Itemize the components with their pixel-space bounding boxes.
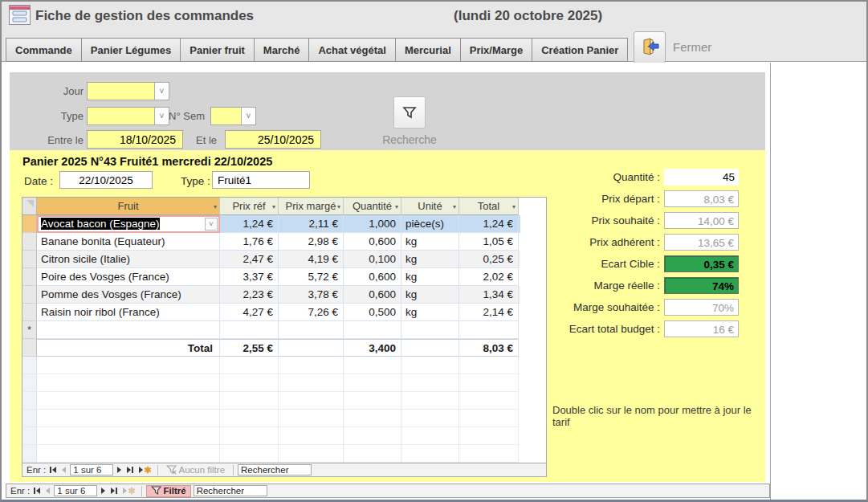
tab-label: Commande — [15, 44, 72, 56]
column-header-fruit[interactable]: Fruit▾ — [37, 198, 220, 215]
record-selector[interactable] — [22, 286, 37, 304]
cell-fruit[interactable]: Poire des Vosges (France) ˅ — [37, 268, 220, 286]
summary-value: 13,65 € — [664, 234, 739, 251]
cell-quantite[interactable]: 1,000 — [344, 215, 401, 233]
cell-total[interactable]: 1,24 € — [459, 215, 519, 233]
next-record-button[interactable] — [116, 465, 123, 475]
basket-date-field[interactable]: 22/10/2025 — [59, 171, 153, 189]
cell-total[interactable]: 2,02 € — [459, 268, 519, 286]
cell-quantite[interactable]: 0,500 — [344, 304, 401, 321]
record-selector[interactable] — [22, 215, 37, 233]
new-record-button[interactable]: ✱ — [137, 465, 153, 475]
cell-prix-marge[interactable]: 5,72 € — [279, 268, 344, 286]
recherche-button[interactable] — [393, 96, 426, 129]
column-filter-arrow-icon[interactable]: ▾ — [395, 203, 398, 210]
new-record-button[interactable]: ✱ — [121, 486, 137, 496]
chevron-down-icon[interactable]: ˅ — [205, 218, 218, 231]
cell-quantite[interactable]: 0,600 — [344, 233, 401, 251]
semaine-combobox[interactable]: ˅ — [210, 107, 256, 125]
subform-search-input[interactable]: Rechercher — [238, 464, 312, 475]
tab[interactable]: Achat végétal — [308, 38, 395, 62]
close-form-button[interactable] — [634, 31, 666, 63]
last-record-button[interactable] — [125, 465, 135, 475]
record-selector[interactable] — [22, 251, 37, 268]
cell-fruit[interactable]: Raisin noir ribol (France) ˅ — [37, 304, 220, 321]
cell-prix-ref[interactable]: 3,37 € — [220, 268, 279, 286]
tab[interactable]: Panier Légumes — [81, 38, 180, 62]
cell-prix-ref[interactable]: 2,23 € — [220, 286, 279, 304]
tab[interactable]: Création Panier — [532, 38, 628, 62]
record-position-box[interactable]: 1 sur 6 — [70, 464, 113, 475]
cell-total[interactable]: 1,05 € — [459, 233, 519, 251]
cell-quantite[interactable]: 0,100 — [344, 251, 401, 268]
new-record-row[interactable]: * — [22, 321, 520, 339]
filtered-toggle[interactable]: Filtré — [146, 485, 191, 497]
column-filter-arrow-icon[interactable]: ▾ — [453, 203, 456, 210]
cell-total[interactable]: 0,25 € — [459, 251, 519, 268]
tab[interactable]: Panier fruit — [180, 38, 254, 62]
next-record-button[interactable] — [100, 486, 107, 496]
total-quantite: 3,400 — [344, 339, 401, 357]
record-selector[interactable] — [22, 304, 37, 321]
record-selector[interactable] — [22, 268, 37, 286]
cell-prix-ref[interactable]: 1,76 € — [220, 233, 279, 251]
cell-prix-marge[interactable]: 2,98 € — [279, 233, 344, 251]
column-filter-arrow-icon[interactable]: ▾ — [272, 203, 275, 210]
previous-record-button[interactable] — [60, 465, 67, 475]
tab[interactable]: Marché — [254, 38, 309, 62]
column-header-prix-ref[interactable]: Prix réf▾ — [220, 198, 279, 215]
current-date-note: (lundi 20 octobre 2025) — [454, 8, 602, 24]
datasheet-header-row: Fruit▾ Prix réf▾ Prix margé▾ Quantité▾ U… — [22, 198, 520, 215]
tab-label: Panier fruit — [189, 44, 245, 56]
cell-unite[interactable]: kg — [401, 286, 459, 304]
empty-grid-row — [22, 410, 520, 427]
tab-strip: Commande Panier Légumes Panier fruit Mar… — [2, 36, 866, 62]
previous-record-button[interactable] — [44, 486, 51, 496]
cell-prix-marge[interactable]: 3,78 € — [279, 286, 344, 304]
last-record-button[interactable] — [109, 486, 119, 496]
column-header-quantite[interactable]: Quantité▾ — [344, 198, 401, 215]
record-selector[interactable] — [22, 233, 37, 251]
cell-unite[interactable]: kg — [401, 233, 459, 251]
cell-prix-ref[interactable]: 4,27 € — [220, 304, 279, 321]
no-filter-toggle[interactable]: Aucun filtre — [162, 464, 230, 476]
filter-panel: Jour ˅ Type ˅ N° Sem ˅ Entre le 18/10/20… — [10, 72, 765, 150]
cell-fruit[interactable]: Banane bonita (Equateur) ˅ — [37, 233, 220, 251]
cell-prix-marge[interactable]: 7,26 € — [279, 304, 344, 321]
cell-unite[interactable]: kg — [401, 268, 459, 286]
tab[interactable]: Mercurial — [395, 38, 460, 62]
record-position-box[interactable]: 1 sur 6 — [54, 485, 97, 496]
tab-label: Marché — [263, 44, 300, 56]
first-record-button[interactable] — [48, 465, 58, 475]
cell-fruit[interactable]: Avocat bacon (Espagne) ˅ — [37, 215, 220, 233]
cell-prix-marge[interactable]: 2,11 € — [279, 215, 344, 233]
mainform-search-input[interactable]: Rechercher — [194, 485, 267, 496]
cell-unite[interactable]: kg — [401, 251, 459, 268]
first-record-button[interactable] — [32, 486, 42, 496]
basket-type-field[interactable]: Fruité1 — [212, 171, 310, 189]
cell-quantite[interactable]: 0,600 — [344, 268, 401, 286]
cell-prix-marge[interactable]: 4,19 € — [279, 251, 344, 268]
summary-value: 74% — [664, 277, 739, 294]
column-filter-arrow-icon[interactable]: ▾ — [214, 203, 217, 210]
tab[interactable]: Prix/Marge — [460, 38, 532, 62]
cell-prix-ref[interactable]: 1,24 € — [220, 215, 279, 233]
cell-prix-ref[interactable]: 2,47 € — [220, 251, 279, 268]
column-header-total[interactable]: Total▾ — [459, 198, 519, 215]
cell-unite[interactable]: pièce(s) — [401, 215, 459, 233]
tab[interactable]: Commande — [6, 38, 81, 62]
recherche-label: Recherche — [369, 133, 450, 146]
cell-fruit[interactable]: Citron sicile (Italie) ˅ — [37, 251, 220, 268]
column-filter-arrow-icon[interactable]: ▾ — [337, 203, 340, 210]
cell-total[interactable]: 2,14 € — [459, 304, 519, 321]
select-all-corner[interactable] — [22, 198, 37, 215]
cell-unite[interactable]: kg — [401, 304, 459, 321]
date-fin-field[interactable]: 25/10/2025 — [225, 130, 321, 149]
basket-title: Panier 2025 N°43 Fruité1 mercredi 22/10/… — [22, 155, 272, 168]
cell-quantite[interactable]: 0,600 — [344, 286, 401, 304]
column-header-prix-marge[interactable]: Prix margé▾ — [279, 198, 344, 215]
cell-fruit[interactable]: Pomme des Vosges (France) ˅ — [37, 286, 220, 304]
column-header-unite[interactable]: Unité▾ — [401, 198, 459, 215]
cell-total[interactable]: 1,34 € — [459, 286, 519, 304]
jour-combobox[interactable]: ˅ — [87, 82, 169, 100]
